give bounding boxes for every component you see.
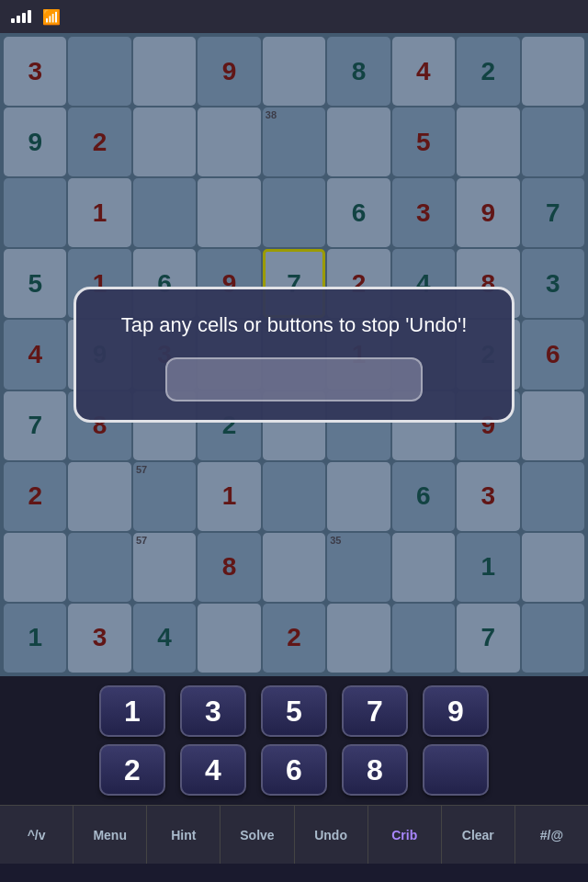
ok-button[interactable] [165, 357, 423, 401]
numpad-btn-6[interactable]: 6 [261, 744, 327, 796]
numpad-row-2: 2468 [99, 744, 489, 796]
toolbar-btn-^v[interactable]: ^/v [0, 806, 74, 864]
toolbar-btn-solve[interactable]: Solve [220, 806, 294, 864]
wifi-icon: 📶 [42, 8, 61, 26]
dialog-overlay: Tap any cells or buttons to stop 'Undo'! [0, 33, 588, 676]
numpad-btn-8[interactable]: 8 [342, 744, 408, 796]
toolbar-btn-menu[interactable]: Menu [74, 806, 147, 864]
dialog-message: Tap any cells or buttons to stop 'Undo'! [121, 311, 468, 340]
numpad-btn-9[interactable]: 9 [423, 685, 489, 737]
numpad-row-1: 13579 [99, 685, 489, 737]
signal-icon [11, 10, 31, 23]
toolbar-btn-clear[interactable]: Clear [442, 806, 515, 864]
toolbar: ^/vMenuHintSolveUndoCribClear#/@ [0, 805, 588, 864]
numpad-btn-4[interactable]: 4 [180, 744, 246, 796]
status-bar: 📶 [0, 0, 588, 33]
numpad-btn-2[interactable]: 2 [99, 744, 165, 796]
undo-dialog: Tap any cells or buttons to stop 'Undo'! [74, 287, 514, 424]
numpad-btn-1[interactable]: 1 [99, 685, 165, 737]
grid-area: 3984292385163975169724834935812678292571… [0, 33, 588, 676]
toolbar-btn-crib[interactable]: Crib [368, 806, 442, 864]
numpad-btn-7[interactable]: 7 [342, 685, 408, 737]
toolbar-btn-hint[interactable]: Hint [147, 806, 220, 864]
numpad-btn-3[interactable]: 3 [180, 685, 246, 737]
numpad-btn-empty[interactable] [423, 744, 489, 796]
toolbar-btn-undo[interactable]: Undo [295, 806, 368, 864]
toolbar-btn-#@[interactable]: #/@ [515, 806, 588, 864]
numpad: 13579 2468 [0, 676, 588, 805]
numpad-btn-5[interactable]: 5 [261, 685, 327, 737]
